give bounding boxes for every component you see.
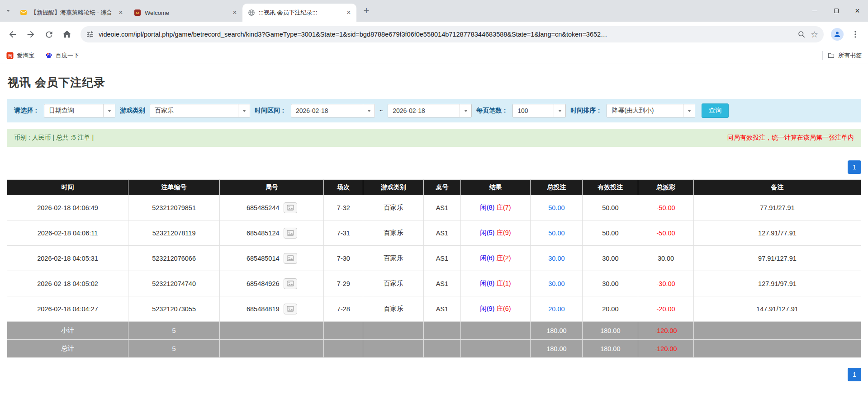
tab-close-icon[interactable]: ×: [345, 9, 353, 17]
dropdown-arrow-icon[interactable]: [683, 104, 695, 117]
subtotal-valid-bet: 180.00: [583, 322, 638, 340]
header-bet-id: 注单编号: [128, 180, 220, 195]
query-type-select[interactable]: 日期查询: [44, 104, 115, 117]
round-detail-button[interactable]: [284, 202, 297, 213]
round-id-text: 685485124: [247, 230, 280, 237]
tab-close-icon[interactable]: ×: [231, 9, 239, 17]
tab-search-button[interactable]: [2, 5, 14, 17]
game-type-value: 百家乐: [150, 104, 238, 117]
zoom-icon[interactable]: [797, 30, 806, 39]
maximize-button[interactable]: [825, 0, 847, 22]
sort-select[interactable]: 降幂(由大到小): [607, 104, 695, 117]
menu-button[interactable]: [847, 26, 863, 42]
cell-round-id: 685485014: [220, 246, 324, 271]
total-bet-link[interactable]: 50.00: [548, 230, 564, 237]
close-button[interactable]: ×: [847, 0, 868, 22]
folder-icon: [827, 52, 835, 59]
cell-valid-bet: 50.00: [583, 195, 638, 220]
date-to-select[interactable]: 2026-02-18: [388, 104, 472, 117]
cell-game: 百家乐: [363, 195, 424, 220]
tab-close-icon[interactable]: ×: [117, 9, 125, 17]
divider: [822, 51, 823, 60]
total-payout: -120.00: [638, 340, 694, 358]
total-bet-link[interactable]: 50.00: [548, 204, 564, 211]
cell-round-id: 685484926: [220, 271, 324, 296]
header-payout: 总派彩: [638, 180, 694, 195]
tab-title: :::视讯 会员下注纪录:::: [259, 9, 341, 17]
cell-table-no: AS1: [424, 220, 460, 246]
search-button[interactable]: 查询: [702, 103, 729, 118]
baidu-paw-icon: [45, 52, 52, 59]
reload-button[interactable]: [41, 26, 57, 42]
browser-window: 【新提醒】海燕策略论坛 - 综合 × Welcome × :::视讯 会员下注纪…: [0, 0, 868, 64]
round-detail-button[interactable]: [284, 228, 297, 239]
forward-button[interactable]: [23, 26, 39, 42]
date-to-value: 2026-02-18: [388, 104, 460, 117]
round-id-text: 685484926: [247, 280, 280, 287]
table-row: 2026-02-18 04:05:02 523212074740 6854849…: [7, 271, 861, 296]
per-page-select[interactable]: 100: [512, 104, 566, 117]
all-bookmarks-button[interactable]: 所有书签: [827, 52, 862, 60]
dropdown-arrow-icon[interactable]: [103, 104, 115, 117]
result-player: 闲(8): [480, 280, 494, 287]
site-settings-icon[interactable]: [86, 30, 94, 38]
bookmark-baidu[interactable]: 百度一下: [45, 52, 79, 60]
round-id-text: 685484819: [247, 305, 280, 313]
game-type-select[interactable]: 百家乐: [150, 104, 250, 117]
cell-bet-id: 523212078119: [128, 220, 220, 246]
round-id-text: 685485014: [247, 255, 280, 262]
page-content: 视讯 会员下注纪录 请选择： 日期查询 游戏类别 百家乐 时间区间： 2026-…: [0, 75, 868, 381]
result-player: 闲(5): [480, 229, 494, 236]
page-1-button[interactable]: 1: [848, 160, 861, 174]
tab-title: Welcome: [145, 9, 227, 16]
cell-table-no: AS1: [424, 195, 460, 220]
query-type-value: 日期查询: [44, 104, 103, 117]
subtotal-row: 小计 5 180.00 180.00 -120.00: [7, 322, 861, 340]
round-detail-button[interactable]: [284, 253, 297, 264]
bet-records-table: 时间 注单编号 局号 场次 游戏类别 桌号 结果 总投注 有效投注 总派彩 备注…: [7, 179, 861, 358]
summary-bar: 币别 : 人民币 | 总共 :5 注单 | 同局有效投注，统一计算在该局第一张注…: [7, 129, 861, 147]
dropdown-arrow-icon[interactable]: [554, 104, 565, 117]
address-bar[interactable]: videoie.com/ipl/portal.php/game/betrecor…: [81, 26, 824, 42]
minimize-button[interactable]: [804, 0, 825, 22]
home-icon: [62, 29, 72, 39]
browser-toolbar: videoie.com/ipl/portal.php/game/betrecor…: [0, 22, 868, 47]
page-1-button[interactable]: 1: [848, 368, 861, 381]
bookmark-aitaobao[interactable]: 淘 爱淘宝: [6, 52, 34, 60]
tab-forum[interactable]: 【新提醒】海燕策略论坛 - 综合 ×: [14, 4, 128, 22]
welcome-favicon-icon: [134, 9, 141, 16]
cell-payout: -30.00: [638, 271, 694, 296]
table-header-row: 时间 注单编号 局号 场次 游戏类别 桌号 结果 总投注 有效投注 总派彩 备注: [7, 180, 861, 195]
back-button[interactable]: [5, 26, 21, 42]
cell-bet-id: 523212076066: [128, 246, 220, 271]
dropdown-arrow-icon[interactable]: [460, 104, 471, 117]
home-button[interactable]: [59, 26, 75, 42]
total-bet-link[interactable]: 20.00: [548, 305, 564, 313]
tab-welcome[interactable]: Welcome ×: [128, 4, 242, 22]
total-bet-link[interactable]: 30.00: [548, 280, 564, 287]
subtotal-payout: -120.00: [638, 322, 694, 340]
cell-round-id: 685484819: [220, 296, 324, 322]
header-total-bet: 总投注: [531, 180, 583, 195]
bookmark-star-icon[interactable]: ☆: [811, 29, 818, 40]
header-valid-bet: 有效投注: [583, 180, 638, 195]
cell-time: 2026-02-18 04:06:49: [7, 195, 128, 220]
new-tab-button[interactable]: +: [360, 5, 373, 17]
dropdown-arrow-icon[interactable]: [238, 104, 250, 117]
cell-empty: [324, 340, 363, 358]
page-title: 视讯 会员下注纪录: [8, 75, 861, 90]
table-row: 2026-02-18 04:06:11 523212078119 6854851…: [7, 220, 861, 246]
cell-session: 7-32: [324, 195, 363, 220]
date-from-select[interactable]: 2026-02-18: [291, 104, 375, 117]
cell-game: 百家乐: [363, 271, 424, 296]
tab-bet-records[interactable]: :::视讯 会员下注纪录::: ×: [242, 4, 356, 22]
table-row: 2026-02-18 04:05:31 523212076066 6854850…: [7, 246, 861, 271]
cell-remark: 147.91/127.91: [693, 296, 861, 322]
round-detail-button[interactable]: [284, 304, 297, 314]
round-detail-button[interactable]: [284, 278, 297, 289]
cell-remark: 97.91/127.91: [693, 246, 861, 271]
dropdown-arrow-icon[interactable]: [363, 104, 375, 117]
profile-avatar[interactable]: [831, 28, 844, 41]
total-bet-link[interactable]: 30.00: [548, 255, 564, 262]
three-dots-icon: [851, 30, 860, 39]
